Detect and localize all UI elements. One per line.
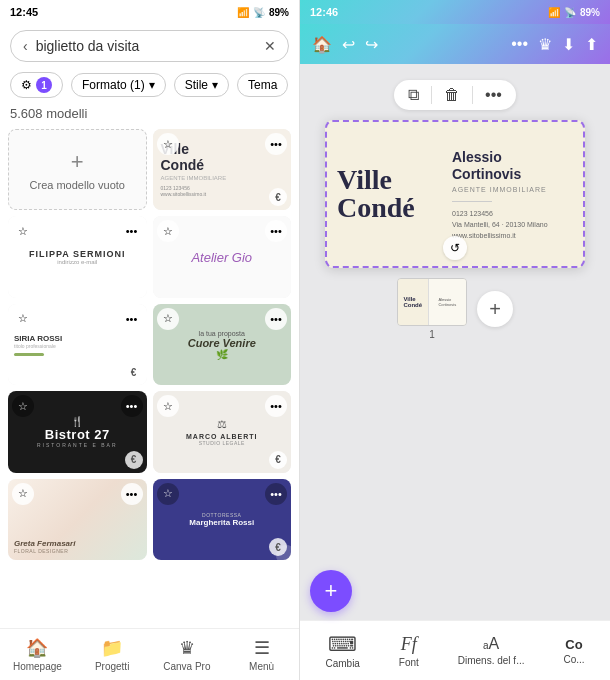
tool-dimensioni[interactable]: aA Dimens. del f... [452, 635, 531, 666]
template-marco[interactable]: ☆ ••• ⚖ MARCO ALBERTI STUDIO LEGALE € [153, 391, 292, 472]
more-options-button[interactable]: ••• [511, 35, 528, 54]
tpl-sub: indirizzo e-mail [57, 259, 97, 265]
add-page-button[interactable]: + [477, 291, 513, 327]
formato-label: Formato (1) [82, 78, 145, 92]
action-divider [431, 86, 432, 104]
scale-icon: ⚖ [217, 418, 227, 431]
rotate-button[interactable]: ↺ [443, 236, 467, 260]
nav-canvapro[interactable]: ♛ Canva Pro [150, 637, 225, 672]
nav-homepage[interactable]: 🏠 Homepage [0, 637, 75, 672]
star-button[interactable]: ☆ [157, 308, 179, 330]
filter-icon: ⚙ [21, 78, 32, 92]
bottom-nav: 🏠 Homepage 📁 Progetti ♛ Canva Pro ☰ Menù [0, 628, 299, 680]
stile-chevron-icon: ▾ [212, 78, 218, 92]
font-size-icon: aA [483, 635, 499, 653]
home-toolbar-icon[interactable]: 🏠 [312, 35, 332, 54]
template-greta[interactable]: ☆ ••• Greta Fermasari FLORAL DESIGNER [8, 479, 147, 560]
template-filippa[interactable]: ☆ ••• FILIPPA SERMIONI indirizzo e-mail [8, 216, 147, 297]
star-button[interactable]: ☆ [157, 483, 179, 505]
template-bistrot[interactable]: ☆ ••• 🍴 Bistrot 27 RISTORANTE E BAR € [8, 391, 147, 472]
bc-address: Via Mantelli, 64 · 20130 Milano [452, 221, 573, 228]
business-card-canvas[interactable]: VilleCondé AlessioCortinovis AGENTE IMMO… [325, 120, 585, 268]
search-input[interactable] [36, 38, 256, 54]
star-button[interactable]: ☆ [12, 308, 34, 330]
tool-font[interactable]: Ff Font [393, 634, 425, 668]
bottom-toolbar-right: ⌨ Cambia Ff Font aA Dimens. del f... Co … [300, 620, 610, 680]
signal-icon-right: 📶 [548, 7, 560, 18]
page-thumbnail-1[interactable]: VilleCondé AlessioCortinovis [397, 278, 467, 326]
more-element-button[interactable]: ••• [485, 86, 502, 104]
more-button[interactable]: ••• [265, 220, 287, 242]
template-siria[interactable]: ☆ ••• SIRIA ROSSI titolo professionale € [8, 304, 147, 385]
bc-title-text: AGENTE IMMOBILIARE [452, 186, 573, 193]
home-icon: 🏠 [26, 637, 48, 659]
tpl-sub: AGENTE IMMOBILIARE [161, 175, 227, 181]
share-button[interactable]: ⬆ [585, 35, 598, 54]
tpl-name: FILIPPA SERMIONI [29, 249, 126, 259]
more-button[interactable]: ••• [265, 308, 287, 330]
star-button[interactable]: ☆ [157, 133, 179, 155]
star-button[interactable]: ☆ [157, 395, 179, 417]
stile-filter-button[interactable]: Stile ▾ [174, 73, 229, 97]
battery-right: 89% [580, 7, 600, 18]
redo-button[interactable]: ↪ [365, 35, 378, 54]
models-count: 5.608 modelli [0, 102, 299, 125]
battery-text: 89% [269, 7, 289, 18]
fab-button[interactable]: + [310, 570, 352, 612]
bc-name-text[interactable]: AlessioCortinovis [452, 149, 573, 183]
toolbar-action-buttons: ••• ♛ ⬇ ⬆ [511, 35, 598, 54]
download-button[interactable]: ⬇ [562, 35, 575, 54]
status-bar-left: 12:45 📶 📡 89% [0, 0, 299, 24]
star-button[interactable]: ☆ [157, 220, 179, 242]
time-left: 12:45 [10, 6, 38, 18]
tool-cambia[interactable]: ⌨ Cambia [319, 632, 365, 669]
search-bar[interactable]: ‹ ✕ [10, 30, 289, 62]
more-button[interactable]: ••• [265, 133, 287, 155]
back-icon[interactable]: ‹ [23, 38, 28, 54]
canvas-area: ⧉ 🗑 ••• VilleCondé AlessioCortinovis AGE… [300, 64, 610, 620]
star-button[interactable]: ☆ [12, 483, 34, 505]
more-button[interactable]: ••• [121, 483, 143, 505]
template-cuore[interactable]: ☆ ••• la tua proposta Cuore Venire 🌿 [153, 304, 292, 385]
premium-badge: € [269, 451, 287, 469]
tool-colore-label: Co... [563, 654, 584, 665]
tool-font-label: Font [399, 657, 419, 668]
nav-menu[interactable]: ☰ Menù [224, 637, 299, 672]
premium-badge: € [125, 451, 143, 469]
tpl-sub: FLORAL DESIGNER [14, 548, 68, 554]
template-atelier[interactable]: ☆ ••• Atelier Gio [153, 216, 292, 297]
clear-search-icon[interactable]: ✕ [264, 38, 276, 54]
thumbnails-row: VilleCondé AlessioCortinovis 1 + [397, 278, 513, 340]
copy-element-button[interactable]: ⧉ [408, 86, 419, 104]
crown-toolbar-icon[interactable]: ♛ [538, 35, 552, 54]
tema-filter-button[interactable]: Tema [237, 73, 288, 97]
folder-icon: 📁 [101, 637, 123, 659]
formato-chevron-icon: ▾ [149, 78, 155, 92]
template-dottoressa[interactable]: ☆ ••• DOTTORESSA Margherita Rossi € [153, 479, 292, 560]
crown-icon: ♛ [179, 637, 195, 659]
nav-progetti[interactable]: 📁 Progetti [75, 637, 150, 672]
template-ville-conde[interactable]: ☆ ••• VilleCondé AGENTE IMMOBILIARE 0123… [153, 129, 292, 210]
more-button[interactable]: ••• [121, 395, 143, 417]
delete-element-button[interactable]: 🗑 [444, 86, 460, 104]
page-number: 1 [429, 329, 435, 340]
tpl-name: SIRIA ROSSI [14, 334, 62, 343]
more-button[interactable]: ••• [265, 395, 287, 417]
tema-label: Tema [248, 78, 277, 92]
tool-cambia-label: Cambia [325, 658, 359, 669]
keyboard-icon: ⌨ [328, 632, 357, 656]
star-button[interactable]: ☆ [12, 220, 34, 242]
more-button[interactable]: ••• [121, 308, 143, 330]
more-button[interactable]: ••• [265, 483, 287, 505]
undo-button[interactable]: ↩ [342, 35, 355, 54]
tool-colore[interactable]: Co Co... [557, 637, 590, 665]
formato-filter-button[interactable]: Formato (1) ▾ [71, 73, 166, 97]
tpl-top: la tua proposta [199, 330, 245, 337]
create-empty-card-button[interactable]: + Crea modello vuoto [8, 129, 147, 210]
filter-settings-button[interactable]: ⚙ 1 [10, 72, 63, 98]
toolbar-nav-buttons: 🏠 ↩ ↪ [312, 35, 378, 54]
left-panel: 12:45 📶 📡 89% ‹ ✕ ⚙ 1 Formato (1) ▾ Stil… [0, 0, 300, 680]
bc-ville-text[interactable]: VilleCondé [337, 166, 415, 222]
more-button[interactable]: ••• [121, 220, 143, 242]
star-button[interactable]: ☆ [12, 395, 34, 417]
